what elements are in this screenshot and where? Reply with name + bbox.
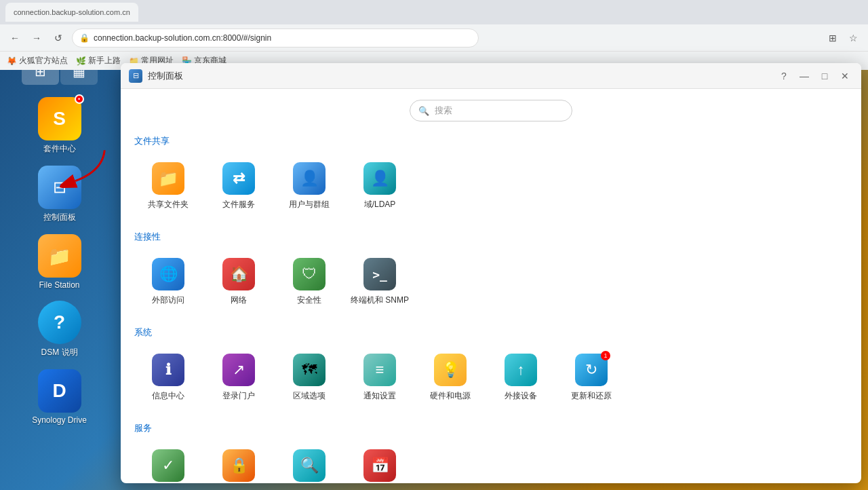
cp-label-external-devices: 外接设备 xyxy=(505,390,537,402)
bookmark-button[interactable]: ☆ xyxy=(845,30,861,46)
cp-label-shared-folders: 共享文件夹 xyxy=(148,199,189,210)
address-bar[interactable]: 🔒 connection.backup-solution.com.cn:8000… xyxy=(72,29,479,48)
cp-item-external-access[interactable]: 🌐 外部访问 xyxy=(134,251,202,313)
cp-icon-external-access: 🌐 xyxy=(152,258,184,290)
cp-label-hardware: 硬件和电源 xyxy=(430,390,471,402)
cp-label-external-access: 外部访问 xyxy=(152,295,184,306)
cp-label-notifications: 通知设置 xyxy=(363,390,396,402)
cp-icon-task-schedule: 📅 xyxy=(363,449,396,482)
cp-label-regional: 区域选项 xyxy=(293,390,326,402)
cp-label-login-portal: 登录门户 xyxy=(222,390,255,402)
cp-icon-file-service: ⇄ xyxy=(222,162,255,195)
cp-label-file-service: 文件服务 xyxy=(222,199,255,210)
url-text: connection.backup-solution.com.cn:8000/#… xyxy=(94,33,271,43)
app-item-dsm-help[interactable]: ? DSM 说明 xyxy=(26,297,94,362)
browser-nav-bar: ← → ↺ 🔒 connection.backup-solution.com.c… xyxy=(0,24,868,51)
restore-button[interactable]: □ xyxy=(816,68,833,84)
help-button[interactable]: ? xyxy=(776,68,792,84)
bookmark-foxfire[interactable]: 🦊 火狐官方站点 xyxy=(7,55,68,67)
leaf-icon: 🌿 xyxy=(76,56,86,66)
bookmark-label: 新手上路 xyxy=(88,55,121,67)
cp-item-update-restore[interactable]: ↻ 1 更新和还原 xyxy=(557,347,625,409)
foxfire-icon: 🦊 xyxy=(7,56,17,66)
cp-icon-network: 🏠 xyxy=(222,258,255,290)
section-connectivity: 连接性 🌐 外部访问 🏠 网络 xyxy=(134,231,848,313)
extensions-button[interactable]: ⊞ xyxy=(825,30,841,46)
cp-label-security: 安全性 xyxy=(297,295,321,306)
app-item-file-station[interactable]: 📁 File Station xyxy=(26,230,94,294)
browser-tab-active[interactable]: connection.backup-solution.com.cn xyxy=(5,3,138,22)
cp-item-file-service[interactable]: ⇄ 文件服务 xyxy=(205,155,273,217)
search-box[interactable]: 🔍 搜索 xyxy=(410,100,572,121)
icon-grid-services: ✓ Synology 帐户 🔒 应用程序权限 🔍 索引服务 xyxy=(134,442,848,483)
app-label-control-panel: 控制面板 xyxy=(43,212,76,223)
cp-item-task-schedule[interactable]: 📅 任务计划 xyxy=(346,442,414,483)
cp-item-synology-account[interactable]: ✓ Synology 帐户 xyxy=(134,442,202,483)
cp-item-hardware[interactable]: 💡 硬件和电源 xyxy=(416,347,484,409)
cp-item-security[interactable]: 🛡 安全性 xyxy=(275,251,343,313)
icon-grid-system: ℹ 信息中心 ↗ 登录门户 🗺 区域选项 xyxy=(134,347,848,409)
window-title-text: 控制面板 xyxy=(148,70,770,82)
reload-button[interactable]: ↺ xyxy=(50,30,66,46)
browser-chrome: connection.backup-solution.com.cn ← → ↺ … xyxy=(0,0,868,51)
cp-label-update-restore: 更新和还原 xyxy=(571,390,612,402)
app-item-synology-drive[interactable]: D Synology Drive xyxy=(26,365,94,429)
cp-icon-regional: 🗺 xyxy=(293,354,326,386)
cp-icon-hardware: 💡 xyxy=(434,354,467,386)
icon-grid-connectivity: 🌐 外部访问 🏠 网络 🛡 安全性 xyxy=(134,251,848,313)
cp-item-shared-folders[interactable]: 📁 共享文件夹 xyxy=(134,155,202,217)
cp-item-network[interactable]: 🏠 网络 xyxy=(205,251,273,313)
cp-item-terminal-snmp[interactable]: >_ 终端机和 SNMP xyxy=(346,251,414,313)
cp-icon-shared-folders: 📁 xyxy=(152,162,184,195)
cp-icon-app-permissions: 🔒 xyxy=(222,449,255,482)
bookmark-newuser[interactable]: 🌿 新手上路 xyxy=(76,55,121,67)
cp-label-info-center: 信息中心 xyxy=(152,390,184,402)
app-label-synology-drive: Synology Drive xyxy=(32,415,87,425)
cp-item-external-devices[interactable]: ↑ 外接设备 xyxy=(487,347,555,409)
cp-label-domain-ldap: 域/LDAP xyxy=(364,199,396,210)
cp-item-user-group[interactable]: 👤 用户与群组 xyxy=(275,155,343,217)
cp-icon-terminal-snmp: >_ xyxy=(363,258,396,290)
section-title-system: 系统 xyxy=(134,326,848,339)
search-area: 🔍 搜索 xyxy=(134,100,848,121)
back-button[interactable]: ← xyxy=(7,30,23,46)
forward-button[interactable]: → xyxy=(28,30,45,46)
section-title-file-sharing: 文件共享 xyxy=(134,135,848,147)
cp-icon-info-center: ℹ xyxy=(152,354,184,386)
app-badge-package: • xyxy=(75,94,84,104)
cp-icon-synology-account: ✓ xyxy=(152,449,184,482)
cp-icon-notifications: ≡ xyxy=(363,354,396,386)
cp-icon-user-group: 👤 xyxy=(293,162,326,195)
cp-item-regional[interactable]: 🗺 区域选项 xyxy=(275,347,343,409)
window-title-icon: ⊟ xyxy=(129,69,142,83)
cp-icon-index-service: 🔍 xyxy=(293,449,326,482)
app-icon-synology-drive: D xyxy=(38,369,81,413)
cp-item-index-service[interactable]: 🔍 索引服务 xyxy=(275,442,343,483)
section-title-services: 服务 xyxy=(134,422,848,434)
cp-icon-security: 🛡 xyxy=(293,258,326,290)
section-file-sharing: 文件共享 📁 共享文件夹 ⇄ 文件服务 xyxy=(134,135,848,217)
search-icon: 🔍 xyxy=(418,106,429,116)
cp-icon-external-devices: ↑ xyxy=(505,354,537,386)
cp-item-login-portal[interactable]: ↗ 登录门户 xyxy=(205,347,273,409)
cp-label-terminal-snmp: 终端机和 SNMP xyxy=(351,295,409,306)
cp-icon-domain-ldap: 👤 xyxy=(363,162,396,195)
window-content: 🔍 搜索 文件共享 📁 共享文件夹 ⇄ 文 xyxy=(121,89,861,483)
cp-item-app-permissions[interactable]: 🔒 应用程序权限 xyxy=(205,442,273,483)
section-services: 服务 ✓ Synology 帐户 🔒 应用程序权限 xyxy=(134,422,848,483)
app-icon-dsm-help: ? xyxy=(38,301,81,344)
cp-item-notifications[interactable]: ≡ 通知设置 xyxy=(346,347,414,409)
minimize-button[interactable]: — xyxy=(796,68,812,84)
app-label-file-station: File Station xyxy=(39,280,79,290)
icon-grid-file-sharing: 📁 共享文件夹 ⇄ 文件服务 👤 用户与群组 xyxy=(134,155,848,217)
close-button[interactable]: ✕ xyxy=(837,68,853,84)
bookmark-label: 火狐官方站点 xyxy=(19,55,68,67)
app-icon-file-station: 📁 xyxy=(38,234,81,278)
cp-label-user-group: 用户与群组 xyxy=(289,199,330,210)
window-titlebar: ⊟ 控制面板 ? — □ ✕ xyxy=(121,63,861,89)
browser-tabs: connection.backup-solution.com.cn xyxy=(0,0,868,24)
cp-item-info-center[interactable]: ℹ 信息中心 xyxy=(134,347,202,409)
cp-item-domain-ldap[interactable]: 👤 域/LDAP xyxy=(346,155,414,217)
app-icon-package-center: S • xyxy=(38,97,81,140)
app-label-dsm-help: DSM 说明 xyxy=(41,347,78,358)
